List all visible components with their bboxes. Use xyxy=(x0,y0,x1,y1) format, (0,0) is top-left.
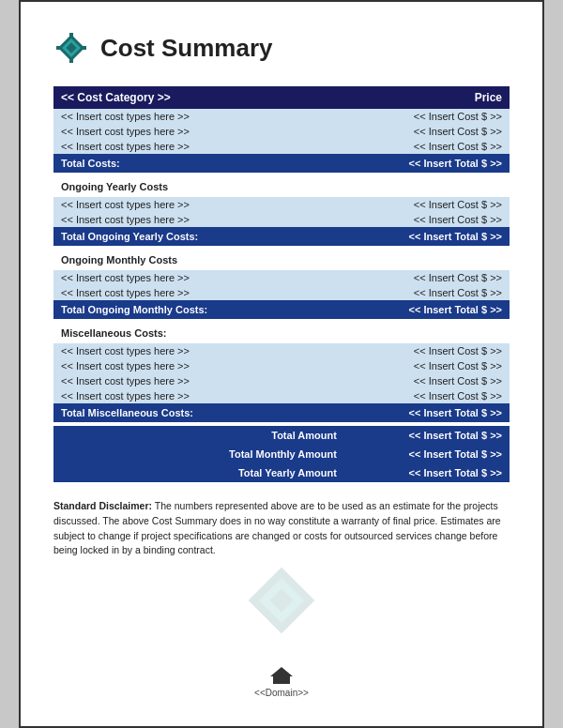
cost-item-price: << Insert Cost $ >> xyxy=(350,139,510,154)
svg-rect-11 xyxy=(279,678,284,684)
section-label: Ongoing Monthly Costs xyxy=(53,250,510,270)
disclaimer-prefix: Standard Disclaimer: xyxy=(53,500,152,511)
cost-item-label: << Insert cost types here >> xyxy=(53,212,350,227)
footer: <<Domain>> xyxy=(53,665,510,698)
section-label-row: Miscellaneous Costs: xyxy=(53,323,510,343)
summary-value: << Insert Total $ >> xyxy=(350,463,510,482)
cost-item-price: << Insert Cost $ >> xyxy=(350,285,510,300)
disclaimer: Standard Disclaimer: The numbers represe… xyxy=(53,499,510,558)
table-row: << Insert cost types here >> << Insert C… xyxy=(53,388,510,403)
cost-item-label: << Insert cost types here >> xyxy=(53,139,350,154)
table-row: << Insert cost types here >> << Insert C… xyxy=(53,373,510,388)
table-row: << Insert cost types here >> << Insert C… xyxy=(53,343,510,358)
footer-icon: <<Domain>> xyxy=(53,665,510,698)
section-label-row: Ongoing Yearly Costs xyxy=(53,176,510,197)
svg-rect-3 xyxy=(69,33,73,37)
cost-item-label: << Insert cost types here >> xyxy=(53,358,350,373)
cost-item-price: << Insert Cost $ >> xyxy=(350,270,510,285)
page: Cost Summary << Cost Category >> Price <… xyxy=(19,0,544,728)
summary-row: Total Monthly Amount << Insert Total $ >… xyxy=(53,445,510,463)
page-header: Cost Summary xyxy=(53,30,510,66)
total-value: << Insert Total $ >> xyxy=(350,300,510,319)
table-row: << Insert cost types here >> << Insert C… xyxy=(53,124,510,139)
total-value: << Insert Total $ >> xyxy=(350,403,510,422)
table-row: << Insert cost types here >> << Insert C… xyxy=(53,139,510,154)
cost-item-price: << Insert Cost $ >> xyxy=(350,109,510,124)
total-label: Total Ongoing Monthly Costs: xyxy=(53,300,350,319)
cost-item-label: << Insert cost types here >> xyxy=(53,285,350,300)
watermark xyxy=(53,568,510,637)
table-row: << Insert cost types here >> << Insert C… xyxy=(53,270,510,285)
total-row: Total Ongoing Yearly Costs: << Insert To… xyxy=(53,227,510,246)
logo-icon xyxy=(53,30,89,66)
cost-item-label: << Insert cost types here >> xyxy=(53,270,350,285)
section-label-row: Ongoing Monthly Costs xyxy=(53,250,510,270)
table-row: << Insert cost types here >> << Insert C… xyxy=(53,197,510,212)
cost-item-price: << Insert Cost $ >> xyxy=(350,388,510,403)
cost-item-label: << Insert cost types here >> xyxy=(53,197,350,212)
svg-rect-4 xyxy=(69,59,73,63)
summary-label: Total Amount xyxy=(53,426,350,445)
total-row: Total Ongoing Monthly Costs: << Insert T… xyxy=(53,300,510,319)
cost-item-label: << Insert cost types here >> xyxy=(53,373,350,388)
total-label: Total Ongoing Yearly Costs: xyxy=(53,227,350,246)
total-row: Total Miscellaneous Costs: << Insert Tot… xyxy=(53,403,510,422)
cost-item-label: << Insert cost types here >> xyxy=(53,109,350,124)
table-header-row: << Cost Category >> Price xyxy=(53,86,510,109)
svg-rect-5 xyxy=(56,46,60,50)
section-label: Miscellaneous Costs: xyxy=(53,323,510,343)
page-title: Cost Summary xyxy=(100,34,273,63)
cost-item-price: << Insert Cost $ >> xyxy=(350,358,510,373)
table-row: << Insert cost types here >> << Insert C… xyxy=(53,358,510,373)
section-label: Ongoing Yearly Costs xyxy=(53,176,510,197)
table-row: << Insert cost types here >> << Insert C… xyxy=(53,212,510,227)
total-value: << Insert Total $ >> xyxy=(350,154,510,173)
summary-label: Total Monthly Amount xyxy=(53,445,350,463)
summary-label: Total Yearly Amount xyxy=(53,463,350,482)
cost-item-label: << Insert cost types here >> xyxy=(53,343,350,358)
summary-value: << Insert Total $ >> xyxy=(350,445,510,463)
table-row: << Insert cost types here >> << Insert C… xyxy=(53,285,510,300)
cost-item-label: << Insert cost types here >> xyxy=(53,124,350,139)
cost-item-label: << Insert cost types here >> xyxy=(53,388,350,403)
summary-row: Total Yearly Amount << Insert Total $ >> xyxy=(53,463,510,482)
svg-rect-6 xyxy=(83,46,86,50)
total-row: Total Costs: << Insert Total $ >> xyxy=(53,154,510,173)
cost-item-price: << Insert Cost $ >> xyxy=(350,212,510,227)
cost-item-price: << Insert Cost $ >> xyxy=(350,197,510,212)
summary-value: << Insert Total $ >> xyxy=(350,426,510,445)
cost-table: << Cost Category >> Price << Insert cost… xyxy=(53,86,510,482)
total-label: Total Costs: xyxy=(53,154,350,173)
cost-item-price: << Insert Cost $ >> xyxy=(350,343,510,358)
total-label: Total Miscellaneous Costs: xyxy=(53,403,350,422)
col-price-header: Price xyxy=(350,86,510,109)
cost-item-price: << Insert Cost $ >> xyxy=(350,373,510,388)
summary-row: Total Amount << Insert Total $ >> xyxy=(53,426,510,445)
total-value: << Insert Total $ >> xyxy=(350,227,510,246)
footer-domain-label: <<Domain>> xyxy=(254,688,309,698)
table-row: << Insert cost types here >> << Insert C… xyxy=(53,109,510,124)
cost-item-price: << Insert Cost $ >> xyxy=(350,124,510,139)
col-category-header: << Cost Category >> xyxy=(53,86,350,109)
